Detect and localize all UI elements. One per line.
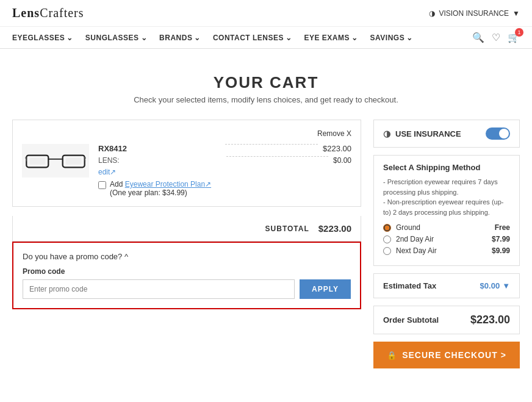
cart-title: YOUR CART [12, 61, 520, 95]
cart-sidebar: ◑ USE INSURANCE Select A Shipping Method… [373, 120, 520, 368]
shipping-price-2day: $7.99 [492, 235, 510, 243]
promo-input-row: APPLY [23, 279, 351, 299]
tax-box: Estimated Tax $0.00 ▼ [373, 273, 520, 298]
logo-suffix: Crafters [40, 6, 84, 20]
cart-subtitle: Check your selected items, modify lens c… [12, 95, 520, 104]
shipping-option-2day: 2nd Day Air $7.99 [383, 235, 510, 243]
nav-item-contact-lenses[interactable]: CONTACT LENSES ⌄ [213, 34, 292, 42]
cart-heading: YOUR CART [12, 73, 520, 92]
remove-button[interactable]: Remove X [317, 129, 351, 138]
shipping-box: Select A Shipping Method - Prescription … [373, 155, 520, 266]
promo-box: Do you have a promo code? ^ Promo code A… [12, 242, 361, 309]
shield-nav-icon: ◑ [429, 9, 435, 18]
shipping-radio-nextday[interactable] [383, 247, 391, 255]
tax-value: $0.00 ▼ [480, 281, 510, 290]
shipping-note: - Prescription eyewear requires 7 days p… [383, 177, 510, 217]
shipping-radio-2day[interactable] [383, 235, 391, 243]
cart-main: Remove X [12, 120, 361, 318]
item-protection: Add Eyewear Protection Plan↗ (One year p… [98, 180, 351, 197]
lock-icon: 🔒 [387, 351, 397, 360]
shipping-radio-ground[interactable] [383, 224, 391, 232]
promo-apply-button[interactable]: APPLY [300, 279, 351, 299]
subtotal-label: SUBTOTAL [265, 224, 309, 233]
svg-line-6 [85, 157, 85, 161]
toggle-knob [499, 129, 509, 138]
shield-icon: ◑ [383, 129, 390, 138]
checkout-button[interactable]: 🔒 SECURE CHECKOUT > [373, 342, 520, 368]
nav-item-sunglasses[interactable]: SUNGLASSES ⌄ [85, 34, 147, 42]
protection-plan-link[interactable]: Eyewear Protection Plan↗ [125, 180, 211, 188]
nav-item-savings[interactable]: SAVINGS ⌄ [370, 34, 413, 42]
shipping-option-ground: Ground Free [383, 223, 510, 232]
shipping-label-nextday: Next Day Air [396, 246, 487, 255]
svg-rect-8 [66, 158, 81, 165]
remove-row: Remove X [22, 129, 351, 138]
item-price: $223.00 [323, 144, 351, 153]
header: LensCrafters ◑ VISION INSURANCE ▼ [0, 0, 532, 27]
promo-code-input[interactable] [23, 279, 295, 299]
svg-rect-7 [30, 158, 45, 165]
glasses-icon [25, 147, 86, 174]
item-details: RX8412 $223.00 LENS: $0.00 [98, 144, 351, 197]
item-lens-label: LENS: [98, 156, 120, 165]
item-lens-row: LENS: $0.00 [98, 156, 351, 165]
nav-item-eyeglasses[interactable]: EYEGLASSES ⌄ [12, 34, 73, 42]
subtotal-amount: $223.00 [318, 223, 351, 234]
shipping-label-2day: 2nd Day Air [396, 235, 487, 243]
wishlist-button[interactable]: ♡ [492, 32, 500, 43]
item-image [22, 144, 89, 178]
protection-label: Add Eyewear Protection Plan↗ (One year p… [110, 180, 211, 197]
tax-dropdown-icon[interactable]: ▼ [502, 281, 510, 290]
search-button[interactable]: 🔍 [472, 32, 484, 43]
item-name: RX8412 [98, 144, 127, 153]
item-edit[interactable]: edit↗ [98, 167, 351, 176]
shipping-price-ground: Free [495, 223, 510, 232]
order-subtotal-label: Order Subtotal [383, 315, 439, 325]
page-content: YOUR CART Check your selected items, mod… [0, 49, 532, 393]
edit-link[interactable]: edit↗ [98, 168, 116, 176]
protection-checkbox[interactable] [98, 181, 106, 189]
cart-count-badge: 1 [515, 28, 523, 37]
logo: LensCrafters [12, 6, 84, 20]
insurance-label: ◑ USE INSURANCE [383, 129, 461, 138]
nav-item-brands[interactable]: BRANDS ⌄ [159, 34, 201, 42]
insurance-box: ◑ USE INSURANCE [373, 120, 520, 148]
order-subtotal-box: Order Subtotal $223.00 [373, 306, 520, 334]
vision-insurance-label: VISION INSURANCE [439, 9, 509, 18]
svg-line-5 [26, 157, 26, 161]
shipping-title: Select A Shipping Method [383, 163, 510, 172]
item-name-row: RX8412 $223.00 [98, 144, 351, 153]
nav-links: EYEGLASSES ⌄ SUNGLASSES ⌄ BRANDS ⌄ CONTA… [12, 34, 413, 42]
insurance-toggle[interactable] [486, 127, 510, 140]
cart-item-row: RX8412 $223.00 LENS: $0.00 [22, 144, 351, 197]
order-subtotal-value: $223.00 [470, 314, 510, 326]
shipping-label-ground: Ground [396, 223, 490, 232]
cart-layout: Remove X [12, 120, 520, 368]
promo-title: Do you have a promo code? ^ [23, 252, 351, 261]
item-lens-price: $0.00 [333, 156, 351, 165]
navigation: EYEGLASSES ⌄ SUNGLASSES ⌄ BRANDS ⌄ CONTA… [0, 27, 532, 49]
logo-prefix: Lens [12, 6, 40, 20]
cart-items-box: Remove X [12, 120, 361, 207]
shipping-price-nextday: $9.99 [492, 246, 510, 255]
subtotal-row: SUBTOTAL $223.00 [12, 216, 361, 242]
nav-item-eye-exams[interactable]: EYE EXAMS ⌄ [304, 34, 358, 42]
vision-insurance-button[interactable]: ◑ VISION INSURANCE ▼ [429, 9, 520, 18]
dropdown-arrow-icon: ▼ [512, 9, 520, 18]
nav-icons: 🔍 ♡ 🛒 1 [472, 32, 520, 43]
shipping-option-nextday: Next Day Air $9.99 [383, 246, 510, 255]
tax-label: Estimated Tax [383, 281, 436, 290]
promo-label: Promo code [23, 267, 351, 276]
cart-button[interactable]: 🛒 1 [508, 32, 520, 43]
